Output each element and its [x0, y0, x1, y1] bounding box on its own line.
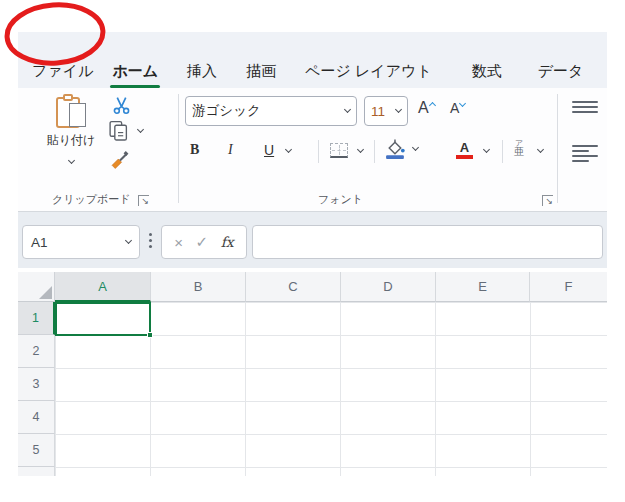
button-separator: [374, 140, 375, 163]
bold-button[interactable]: B: [190, 142, 199, 158]
font-name-chevron-icon: [344, 106, 351, 113]
font-color-bar-icon: [456, 155, 473, 159]
excel-window: ファイル ホーム 挿入 描画 ページ レイアウト 数式 データ 校閲 貼り付け: [0, 0, 625, 502]
fill-color-chevron-icon[interactable]: [412, 143, 419, 150]
group-separator: [178, 94, 179, 203]
ribbon-tab-bar: ファイル ホーム 挿入 描画 ページ レイアウト 数式 データ 校閲: [18, 32, 607, 88]
format-painter-button[interactable]: [110, 148, 131, 169]
group-separator: [557, 94, 558, 203]
decrease-font-chevron-icon: [459, 100, 466, 107]
tab-home[interactable]: ホーム: [112, 60, 158, 82]
tab-draw[interactable]: 描画: [246, 60, 276, 82]
column-header-f[interactable]: F: [530, 272, 607, 302]
row-header-5[interactable]: 5: [18, 434, 55, 467]
select-all-corner[interactable]: [18, 272, 55, 302]
decrease-font-size-button[interactable]: A: [450, 100, 465, 116]
column-header-e[interactable]: E: [436, 272, 530, 302]
cells-area[interactable]: [55, 302, 607, 476]
tab-formulas[interactable]: 数式: [472, 60, 502, 82]
formula-bar-row: A1 × ✓ fx: [18, 212, 607, 268]
row-header-1[interactable]: 1: [18, 302, 55, 335]
paste-clipboard-icon: [56, 94, 86, 130]
copy-button[interactable]: [108, 120, 143, 141]
tab-page-layout[interactable]: ページ レイアウト: [305, 60, 432, 82]
clipboard-group-label: クリップボード: [52, 192, 131, 207]
name-box[interactable]: A1: [22, 225, 140, 259]
paste-label: 貼り付け: [40, 132, 102, 149]
italic-button[interactable]: I: [228, 142, 233, 158]
copy-dropdown-chevron-icon[interactable]: [137, 125, 144, 132]
button-separator: [502, 140, 503, 163]
name-box-chevron-icon: [125, 237, 132, 244]
phonetic-guide-button[interactable]: ア 亜: [514, 140, 524, 156]
underline-dropdown-chevron-icon[interactable]: [285, 146, 292, 153]
increase-font-chevron-icon: [429, 102, 436, 109]
align-left-button[interactable]: [572, 145, 598, 162]
button-separator: [318, 140, 319, 163]
spreadsheet-grid: A B C D E F 1 2 3 4 5: [18, 272, 607, 476]
paste-button[interactable]: 貼り付け: [40, 92, 102, 176]
column-header-c[interactable]: C: [246, 272, 341, 302]
ribbon: 貼り付け: [18, 88, 607, 212]
font-size-chevron-icon: [395, 106, 402, 113]
increase-font-size-button[interactable]: A: [418, 100, 435, 116]
phonetic-chevron-icon[interactable]: [537, 146, 544, 153]
enter-icon[interactable]: ✓: [196, 233, 209, 251]
formula-buttons: × ✓ fx: [161, 225, 247, 259]
fill-color-button[interactable]: [384, 138, 418, 159]
formula-bar-drag-handle[interactable]: [149, 233, 152, 236]
tab-file[interactable]: ファイル: [32, 60, 93, 82]
font-color-button[interactable]: A: [456, 141, 473, 159]
font-name-combobox[interactable]: 游ゴシック: [185, 96, 357, 126]
font-name-value: 游ゴシック: [192, 102, 345, 120]
row-header-3[interactable]: 3: [18, 368, 55, 401]
font-color-chevron-icon[interactable]: [483, 146, 490, 153]
font-group-label: フォント: [318, 192, 363, 207]
paste-dropdown-chevron-icon[interactable]: [67, 157, 74, 164]
tab-insert[interactable]: 挿入: [187, 60, 217, 82]
column-header-b[interactable]: B: [151, 272, 246, 302]
font-size-value: 11: [371, 104, 396, 119]
borders-dropdown-chevron-icon[interactable]: [357, 146, 364, 153]
row-header-6-partial[interactable]: [18, 467, 55, 476]
tab-data[interactable]: データ: [538, 60, 584, 82]
formula-bar-input[interactable]: [252, 225, 603, 259]
font-size-combobox[interactable]: 11: [364, 96, 408, 126]
row-header-4[interactable]: 4: [18, 401, 55, 434]
cut-button[interactable]: [112, 96, 131, 115]
column-header-d[interactable]: D: [341, 272, 436, 302]
scissors-icon: [112, 96, 131, 115]
column-header-a[interactable]: A: [55, 272, 151, 302]
select-all-triangle-icon: [39, 286, 52, 299]
font-dialog-launcher[interactable]: ↘: [542, 195, 553, 206]
fill-color-icon: [384, 138, 407, 159]
excel-app: ファイル ホーム 挿入 描画 ページ レイアウト 数式 データ 校閲 貼り付け: [18, 32, 607, 476]
insert-function-icon[interactable]: fx: [221, 234, 234, 250]
borders-button[interactable]: [330, 143, 348, 158]
top-align-button[interactable]: [572, 101, 598, 113]
copy-icon: [108, 120, 129, 141]
underline-button[interactable]: U: [264, 142, 274, 158]
format-painter-icon: [110, 148, 131, 169]
cancel-icon[interactable]: ×: [174, 234, 183, 251]
row-header-2[interactable]: 2: [18, 335, 55, 368]
clipboard-dialog-launcher[interactable]: ↘: [138, 195, 149, 206]
